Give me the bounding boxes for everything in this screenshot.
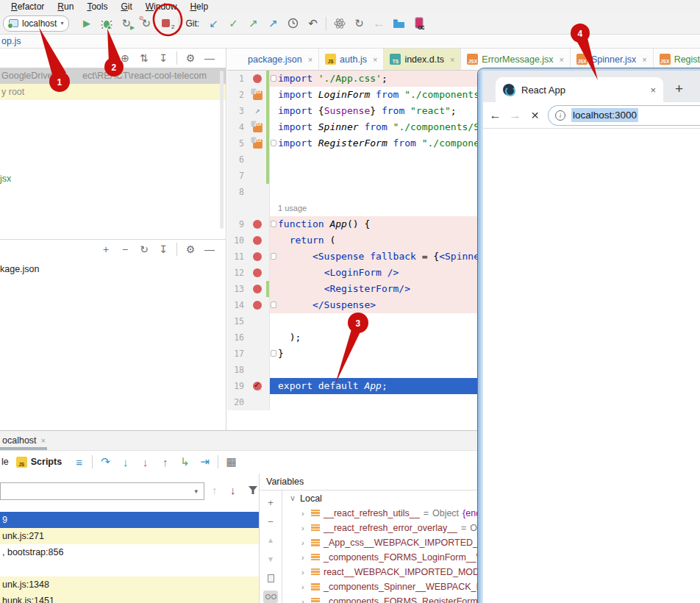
fold-column[interactable]: [270, 249, 278, 265]
fold-column[interactable]: [270, 313, 278, 329]
fold-marker-icon[interactable]: [271, 350, 276, 357]
browser-page-content[interactable]: [478, 129, 700, 603]
fold-column[interactable]: [270, 362, 278, 378]
menu-git[interactable]: Git: [114, 1, 138, 12]
copy-icon[interactable]: [263, 572, 278, 585]
fold-column[interactable]: [270, 281, 278, 297]
tab-scripts[interactable]: JS Scripts: [16, 457, 62, 468]
close-icon[interactable]: ×: [41, 436, 46, 445]
add-watch-icon[interactable]: +: [263, 496, 278, 509]
menu-refactor[interactable]: Refactor: [4, 1, 51, 12]
breakpoint-icon[interactable]: [253, 301, 262, 310]
gutter[interactable]: 6: [227, 151, 270, 168]
fold-marker-icon[interactable]: [271, 253, 276, 260]
close-icon[interactable]: ×: [450, 55, 454, 64]
library-root-row[interactable]: y root: [0, 84, 226, 100]
git-update-button[interactable]: ↙: [204, 15, 224, 32]
gutter[interactable]: 8: [227, 184, 270, 200]
chevron-collapsed-icon[interactable]: ›: [301, 582, 307, 591]
close-tab-icon[interactable]: ×: [650, 85, 656, 96]
fold-column[interactable]: [270, 168, 278, 184]
fold-marker-icon[interactable]: [271, 302, 276, 308]
fold-marker-icon[interactable]: [271, 140, 276, 146]
thread-selector[interactable]: ▾: [0, 482, 204, 500]
gutter[interactable]: 13: [227, 281, 270, 297]
gutter[interactable]: 20: [227, 394, 270, 410]
gutter[interactable]: 1: [227, 71, 270, 87]
breakpoint-icon[interactable]: [253, 74, 262, 83]
address-bar[interactable]: i localhost:3000: [548, 105, 700, 126]
debug-session-tab-localhost[interactable]: ocalhost: [2, 435, 37, 446]
open-folder-button[interactable]: [389, 15, 409, 32]
editor-tab-errormessage-jsx[interactable]: JSXErrorMessage.jsx×: [461, 49, 571, 70]
gutter[interactable]: 7: [227, 168, 270, 184]
mute-breakpoints-button[interactable]: ≡: [69, 453, 89, 471]
gutter[interactable]: 2JSX: [227, 87, 270, 103]
breakpoint-icon[interactable]: [253, 285, 262, 293]
fold-column[interactable]: [270, 87, 278, 103]
locate-icon[interactable]: ⊕: [116, 52, 134, 64]
stop-button[interactable]: 2: [156, 15, 176, 32]
navigate-arrow-icon[interactable]: ↗: [255, 103, 260, 119]
menu-help[interactable]: Help: [183, 1, 215, 12]
fold-column[interactable]: [270, 200, 278, 216]
close-icon[interactable]: ×: [642, 55, 646, 64]
fold-column[interactable]: [270, 135, 278, 151]
history-button[interactable]: [283, 15, 303, 32]
collapse-all-icon[interactable]: ↧: [154, 52, 172, 64]
tree-item-jsx-file[interactable]: jsx: [0, 174, 11, 184]
frame-up-icon[interactable]: ↑: [212, 484, 218, 496]
site-info-icon[interactable]: i: [555, 110, 565, 121]
step-over-button[interactable]: ↷: [96, 453, 115, 471]
gutter[interactable]: 9: [227, 216, 270, 232]
editor-tab-registerform[interactable]: JSXRegisterForm: [654, 49, 700, 70]
remove-watch-icon[interactable]: −: [263, 515, 278, 528]
sync-button[interactable]: ↻: [349, 15, 369, 32]
step-out-button[interactable]: ↑: [155, 453, 175, 471]
new-tab-button[interactable]: +: [675, 81, 683, 97]
fold-column[interactable]: [270, 119, 278, 135]
project-root-row[interactable]: GoogleDrive\ ect\REACT\react-cool-teleco…: [0, 68, 226, 84]
hide-panel-icon[interactable]: —: [201, 52, 218, 64]
gear-icon[interactable]: ⚙: [182, 243, 199, 255]
git-cherry-pick-button[interactable]: ↗: [263, 15, 283, 32]
chevron-collapsed-icon[interactable]: ›: [301, 538, 307, 547]
menu-run[interactable]: Run: [51, 1, 80, 12]
breakpoint-icon[interactable]: [253, 268, 262, 277]
refresh-icon[interactable]: ↻: [135, 243, 153, 255]
stack-frame-row[interactable]: unk.js:1348: [0, 577, 259, 593]
move-down-icon[interactable]: ▼: [263, 553, 278, 565]
remove-icon[interactable]: −: [116, 243, 134, 255]
editor-tab-spinner-jsx[interactable]: JSXSpinner.jsx×: [571, 49, 654, 70]
gear-icon[interactable]: ⚙: [182, 52, 199, 64]
rerun-debug-button[interactable]: ↻ ⊘: [136, 15, 156, 32]
fold-column[interactable]: [270, 394, 278, 410]
expand-all-icon[interactable]: ⇅: [135, 52, 153, 64]
stack-frame-row[interactable]: unk.js:271: [0, 528, 259, 544]
gutter[interactable]: 4JSX: [227, 119, 270, 135]
undo-button[interactable]: ↶: [303, 15, 323, 32]
collapse-all-icon[interactable]: ↧: [154, 243, 172, 255]
fold-column[interactable]: [270, 265, 278, 281]
menu-tools[interactable]: Tools: [80, 1, 114, 12]
editor-tab-index-d-ts[interactable]: TSindex.d.ts×: [384, 49, 461, 70]
gutter[interactable]: 10: [227, 232, 270, 249]
fold-column[interactable]: [270, 329, 278, 346]
gutter[interactable]: 16: [227, 329, 270, 346]
add-icon[interactable]: +: [97, 243, 115, 255]
breakpoint-icon[interactable]: [253, 252, 262, 261]
fold-column[interactable]: [270, 71, 278, 87]
browser-stop-button[interactable]: ✕: [525, 110, 545, 121]
project-scrollbar[interactable]: [220, 71, 224, 229]
gutter[interactable]: 11: [227, 249, 270, 265]
editor-tab-package-json[interactable]: package.json×: [227, 49, 319, 70]
gutter[interactable]: 17: [227, 346, 270, 362]
hide-panel-icon[interactable]: —: [201, 243, 218, 255]
chevron-collapsed-icon[interactable]: ›: [301, 509, 307, 518]
run-config-selector[interactable]: localhost ▾: [3, 15, 69, 32]
npm-package-json-item[interactable]: kage.json: [0, 259, 226, 274]
gutter[interactable]: 14: [227, 297, 270, 313]
smart-step-button[interactable]: ⇥: [195, 453, 215, 471]
menu-window[interactable]: Window: [139, 1, 184, 12]
gutter[interactable]: 12: [227, 265, 270, 281]
